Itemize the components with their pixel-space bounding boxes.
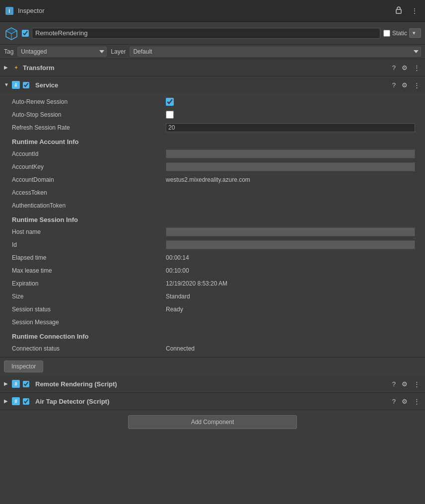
object-name-input[interactable] [32,28,380,39]
account-domain-row: AccountDomain westus2.mixedreality.azure… [0,173,425,186]
rr-script-menu-button[interactable]: ⋮ [413,380,421,388]
remote-rendering-script-header[interactable]: ▶ # Remote Rendering (Script) ? ⚙ ⋮ [0,375,425,392]
atd-script-enabled-checkbox[interactable] [23,398,29,405]
session-id-row: Id [0,238,425,251]
atd-script-title: Air Tap Detector (Script) [35,398,391,405]
session-id-input[interactable] [166,240,415,249]
transform-menu-button[interactable]: ⋮ [413,64,421,72]
tag-layer-row: Tag Untagged Layer Default [0,45,425,59]
max-lease-time-row: Max lease time 00:10:00 [0,264,425,277]
service-hash-icon: # [12,81,20,89]
access-token-label: AccessToken [12,189,166,196]
refresh-session-rate-label: Refresh Session Rate [12,124,166,131]
air-tap-detector-script-header[interactable]: ▶ # Air Tap Detector (Script) ? ⚙ ⋮ [0,393,425,410]
refresh-session-rate-row: Refresh Session Rate [0,121,425,134]
remote-rendering-script-component: ▶ # Remote Rendering (Script) ? ⚙ ⋮ [0,375,425,393]
transform-icon: ✦ [12,64,20,72]
object-header: Static ▾ [0,22,425,45]
account-id-input[interactable] [166,149,415,158]
svg-marker-4 [6,28,17,34]
account-domain-value: westus2.mixedreality.azure.com [166,176,415,183]
runtime-connection-info-header: Runtime Connection Info [0,329,425,342]
rr-script-title: Remote Rendering (Script) [35,380,391,388]
atd-script-hash-icon: # [12,397,20,405]
air-tap-detector-script-component: ▶ # Air Tap Detector (Script) ? ⚙ ⋮ [0,393,425,410]
inspector-window-icon: i [5,6,14,15]
session-status-label: Session status [12,306,166,313]
service-enabled-checkbox[interactable] [23,82,29,88]
size-row: Size Standard [0,290,425,303]
account-key-label: AccountKey [12,163,166,170]
rr-script-expand-arrow: ▶ [4,381,10,387]
rr-script-hash-icon: # [12,380,20,388]
authentication-token-row: AuthenticationToken [0,199,425,212]
atd-script-expand-arrow: ▶ [4,398,10,404]
runtime-account-info-header: Runtime Account Info [0,134,425,147]
layer-label: Layer [111,48,126,55]
expiration-value: 12/19/2020 8:53:20 AM [166,280,415,287]
inspector-tab-button[interactable]: Inspector [4,360,43,372]
account-id-row: AccountId [0,147,425,160]
auto-stop-session-checkbox[interactable] [166,111,174,119]
account-domain-label: AccountDomain [12,176,166,183]
transform-actions: ? ⚙ ⋮ [391,64,421,72]
session-id-label: Id [12,241,166,248]
refresh-session-rate-input[interactable] [166,123,415,132]
auto-stop-session-label: Auto-Stop Session [12,111,166,118]
session-status-row: Session status Ready [0,303,425,316]
service-component-header[interactable]: ▼ # Service ? ⚙ ⋮ [0,76,425,93]
elapsed-time-value: 00:00:14 [166,254,415,261]
rr-script-enabled-checkbox[interactable] [23,381,29,387]
host-name-label: Host name [12,228,166,235]
rr-script-settings-button[interactable]: ⚙ [401,380,409,388]
tag-select[interactable]: Untagged [17,47,107,57]
svg-text:i: i [9,8,10,14]
static-checkbox[interactable] [383,30,390,37]
authentication-token-label: AuthenticationToken [12,202,166,209]
size-value: Standard [166,293,415,300]
session-message-row: Session Message [0,316,425,329]
connection-status-row: Connection status Connected [0,342,425,355]
auto-renew-session-checkbox[interactable] [166,98,174,106]
account-id-label: AccountId [12,150,166,157]
title-bar: i Inspector ⋮ [0,0,425,22]
service-settings-button[interactable]: ⚙ [401,81,409,89]
service-help-button[interactable]: ? [391,81,397,89]
connection-status-label: Connection status [12,345,166,352]
transform-settings-button[interactable]: ⚙ [401,64,409,72]
auto-stop-session-row: Auto-Stop Session [0,108,425,121]
service-title: Service [35,81,391,89]
more-options-button[interactable]: ⋮ [409,6,420,16]
session-message-label: Session Message [12,319,166,326]
add-component-section: Add Component [0,410,425,434]
title-bar-actions: ⋮ [393,5,420,16]
service-expand-arrow: ▼ [4,82,10,88]
elapsed-time-label: Elapsed time [12,254,166,261]
atd-script-settings-button[interactable]: ⚙ [401,398,409,405]
atd-script-help-button[interactable]: ? [391,398,397,405]
tag-label: Tag [4,48,13,55]
session-status-value: Ready [166,306,415,313]
size-label: Size [12,293,166,300]
rr-script-help-button[interactable]: ? [391,380,397,388]
static-label: Static [392,30,407,37]
transform-component-header[interactable]: ▶ ✦ Transform ? ⚙ ⋮ [0,59,425,76]
service-menu-button[interactable]: ⋮ [413,81,421,89]
account-key-input[interactable] [166,162,415,171]
account-key-row: AccountKey [0,160,425,173]
auto-renew-session-row: Auto-Renew Session [0,95,425,108]
inspector-tab-area: Inspector [0,358,425,375]
layer-select[interactable]: Default [130,47,421,57]
lock-button[interactable] [393,5,404,16]
elapsed-time-row: Elapsed time 00:00:14 [0,251,425,264]
add-component-button[interactable]: Add Component [128,415,297,429]
service-component: ▼ # Service ? ⚙ ⋮ Auto-Renew Session Aut… [0,76,425,358]
expiration-label: Expiration [12,280,166,287]
runtime-session-info-header: Runtime Session Info [0,212,425,225]
transform-help-button[interactable]: ? [391,64,397,72]
atd-script-menu-button[interactable]: ⋮ [413,398,421,405]
host-name-input[interactable] [166,227,415,236]
static-dropdown-button[interactable]: ▾ [409,28,421,38]
object-enabled-checkbox[interactable] [22,30,29,37]
max-lease-time-value: 00:10:00 [166,267,415,274]
